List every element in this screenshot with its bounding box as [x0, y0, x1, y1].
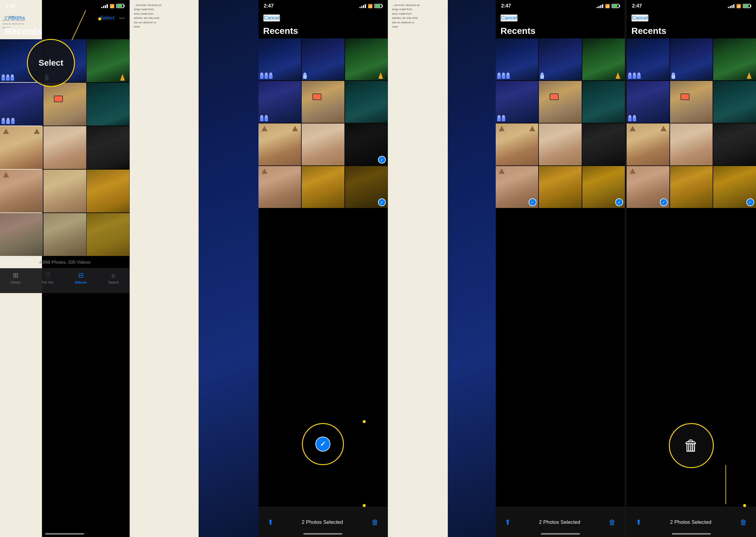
tab-bar-1: ⊞ Library ♡ For You ⊟ Albums ⌕ Search — [0, 268, 130, 293]
share-icon-3b[interactable]: ⬆ — [636, 518, 642, 526]
callout-dot-check-bottom — [363, 504, 366, 507]
signal-icon-3a — [597, 4, 603, 8]
share-icon-3a[interactable]: ⬆ — [505, 518, 511, 526]
select-check-3b-2: ✓ — [746, 198, 754, 206]
p3a-cell-11[interactable] — [539, 166, 582, 208]
p2-cell-6[interactable] — [345, 81, 388, 123]
cancel-button-3b[interactable]: Cancel — [631, 15, 649, 21]
home-indicator-3b — [672, 533, 711, 535]
p3b-cell-5[interactable] — [670, 81, 713, 123]
p3a-cell-5[interactable] — [539, 81, 582, 123]
tab-for-you[interactable]: ♡ For You — [42, 271, 54, 284]
more-button-1[interactable]: ··· — [119, 14, 125, 22]
trash-callout: 🗑 — [669, 423, 714, 468]
panel-2-phone: 2:47 📶 Cancel Recents — [258, 0, 388, 537]
photo-cell-1-10[interactable] — [0, 170, 43, 213]
library-icon: ⊞ — [13, 271, 18, 279]
battery-icon-3b — [743, 4, 751, 8]
p3a-cell-8[interactable] — [539, 123, 582, 165]
heart-icon: ♡ — [45, 271, 51, 279]
photo-cell-1-3[interactable] — [87, 39, 130, 82]
photo-cell-1-2[interactable] — [43, 39, 86, 82]
p3a-cell-1[interactable] — [496, 38, 538, 80]
p3b-cell-9[interactable] — [713, 123, 756, 165]
status-bar-2: 2:47 📶 — [258, 0, 388, 11]
status-bar-1: 2:46 📶 — [0, 0, 130, 11]
p3b-cell-10[interactable]: ✓ — [626, 166, 669, 208]
p3b-cell-4[interactable] — [626, 81, 669, 123]
page-title-1: Recents — [0, 24, 130, 39]
tab-library[interactable]: ⊞ Library — [11, 271, 21, 284]
cancel-button-3a[interactable]: Cancel — [501, 15, 517, 21]
signal-icon-2 — [359, 4, 366, 8]
photo-cell-1-9[interactable] — [87, 126, 130, 169]
photo-cell-1-5[interactable] — [43, 83, 86, 126]
article-panel-2: ...ont exist. because as eings made from… — [130, 0, 258, 537]
action-bar-3a: ⬆ 2 Photos Selected 🗑 — [496, 507, 625, 537]
signal-icon — [101, 4, 108, 8]
p3b-cell-7[interactable] — [626, 123, 669, 165]
photo-cell-1-1[interactable] — [0, 39, 43, 82]
home-indicator-2 — [303, 533, 342, 535]
panel-title-3a: Recents — [496, 24, 625, 38]
tab-search[interactable]: ⌕ Search — [108, 271, 119, 284]
p3b-cell-6[interactable] — [713, 81, 756, 123]
delete-icon-3b[interactable]: 🗑 — [740, 518, 747, 526]
photo-cell-1-14[interactable] — [43, 213, 86, 256]
tab-search-label: Search — [108, 280, 119, 284]
p3a-cell-6[interactable] — [582, 81, 625, 123]
p2-cell-4[interactable] — [258, 81, 301, 123]
photo-cell-1-8[interactable] — [43, 126, 86, 169]
select-check-3a-2: ✓ — [615, 198, 623, 206]
photo-cell-1-11[interactable] — [43, 170, 86, 213]
p2-cell-9-selected[interactable]: ✓ — [345, 123, 388, 165]
p2-cell-12-selected[interactable]: ✓ — [345, 166, 388, 208]
wifi-icon-3b: 📶 — [736, 4, 741, 8]
back-label-1[interactable]: Albums — [8, 15, 25, 21]
selection-count-3a: 2 Photos Selected — [539, 519, 581, 525]
select-check-3b: ✓ — [660, 198, 668, 206]
photo-cell-1-7[interactable] — [0, 126, 43, 169]
share-icon-2[interactable]: ⬆ — [268, 518, 274, 526]
p3b-cell-1[interactable] — [626, 38, 669, 80]
p3b-cell-2[interactable] — [670, 38, 713, 80]
p2-cell-7[interactable] — [258, 123, 301, 165]
p3b-cell-11[interactable] — [670, 166, 713, 208]
action-bar-2: ⬆ 2 Photos Selected 🗑 — [258, 507, 388, 537]
p3a-cell-2[interactable] — [539, 38, 582, 80]
p2-cell-5[interactable] — [302, 81, 344, 123]
checkmark-callout: ✓ — [302, 423, 344, 465]
status-icons-2: 📶 — [359, 4, 382, 8]
p2-cell-3[interactable] — [345, 38, 388, 80]
photo-cell-1-12[interactable] — [87, 170, 130, 213]
delete-icon-2[interactable]: 🗑 — [371, 518, 379, 526]
select-check-1: ✓ — [378, 156, 386, 164]
p3a-cell-7[interactable] — [496, 123, 538, 165]
p3a-cell-4[interactable] — [496, 81, 538, 123]
p3a-cell-10[interactable]: ✓ — [496, 166, 538, 208]
tab-library-label: Library — [11, 280, 21, 284]
p3b-cell-8[interactable] — [670, 123, 713, 165]
p2-cell-11[interactable] — [302, 166, 344, 208]
p3a-cell-9[interactable] — [582, 123, 625, 165]
select-button-1[interactable]: Select — [100, 15, 114, 21]
status-icons-3a: 📶 — [597, 4, 620, 8]
panel-2-container: ...ont exist. because as eings made from… — [130, 0, 388, 537]
p2-cell-1[interactable] — [258, 38, 301, 80]
back-button-1[interactable]: ‹ Albums — [5, 15, 25, 21]
p2-cell-2[interactable] — [302, 38, 344, 80]
p3b-cell-12[interactable]: ✓ — [713, 166, 756, 208]
photo-grid-3a: ✓ ✓ — [496, 38, 625, 208]
p3a-cell-3[interactable] — [582, 38, 625, 80]
p3a-cell-12[interactable]: ✓ — [582, 166, 625, 208]
tab-albums[interactable]: ⊟ Albums — [75, 271, 87, 284]
photo-cell-1-6[interactable] — [87, 83, 130, 126]
delete-icon-3a[interactable]: 🗑 — [609, 518, 616, 526]
photo-cell-1-13[interactable] — [0, 213, 43, 256]
p2-cell-8[interactable] — [302, 123, 344, 165]
photo-cell-1-4[interactable] — [0, 83, 43, 126]
p3b-cell-3[interactable] — [713, 38, 756, 80]
p2-cell-10[interactable] — [258, 166, 301, 208]
cancel-button-2[interactable]: Cancel — [263, 15, 280, 21]
photo-cell-1-15[interactable] — [87, 213, 130, 256]
